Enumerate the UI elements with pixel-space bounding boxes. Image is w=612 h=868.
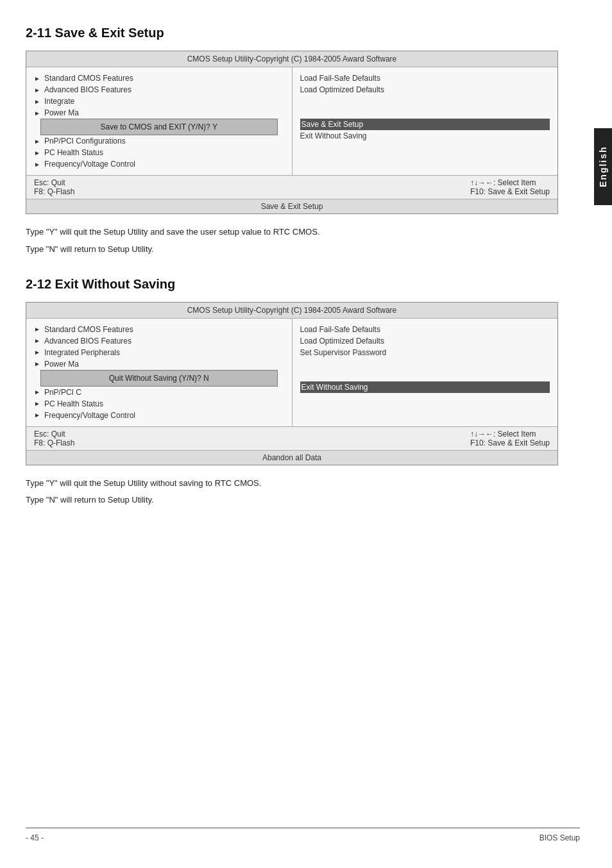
right-item-highlighted: Save & Exit Setup [300,119,550,130]
bios-box-2: CMOS Setup Utility-Copyright (C) 1984-20… [26,302,558,465]
menu-item: ► Advanced BIOS Features [34,335,284,347]
bios-footer-2: Esc: Quit F8: Q-Flash ↑↓→←: Select Item … [26,426,557,450]
arrow-icon: ► [34,98,40,105]
menu-item: ► Integrate [34,96,284,107]
bios-popup-1: Save to CMOS and EXIT (Y/N)? Y [40,119,278,135]
english-tab: English [594,128,612,205]
arrow-icon: ► [34,110,40,117]
desc2-sec2: Type "N" will return to Setup Utility. [26,494,558,507]
bios-popup-2: Quit Without Saving (Y/N)? N [40,370,278,387]
right-item [300,96,550,107]
bios-status-bar-1: Save & Exit Setup [26,199,557,213]
right-item: Load Fail-Safe Defaults [300,72,550,84]
menu-item: ► Standard CMOS Features [34,72,284,84]
bios-header-1: CMOS Setup Utility-Copyright (C) 1984-20… [26,51,557,67]
arrow-icon: ► [34,412,40,419]
arrow-icon: ► [34,161,40,168]
bios-setup-label: BIOS Setup [540,833,580,842]
right-item-highlighted: Exit Without Saving [300,381,550,393]
menu-item: ► Advanced BIOS Features [34,84,284,96]
bios-left-1: ► Standard CMOS Features ► Advanced BIOS… [26,67,293,175]
right-item: Load Optimized Defaults [300,84,550,96]
bios-left-2: ► Standard CMOS Features ► Advanced BIOS… [26,319,293,426]
section-title-2-11: 2-11 Save & Exit Setup [26,26,558,40]
arrow-icon: ► [34,326,40,333]
page-number: - 45 - [26,833,44,842]
footer-right: ↑↓→←: Select Item F10: Save & Exit Setup [470,178,550,196]
section-title-2-12: 2-12 Exit Without Saving [26,277,558,292]
popup-row-2: ► Power Ma Quit Without Saving (Y/N)? N [34,358,284,387]
section-2-11: 2-11 Save & Exit Setup CMOS Setup Utilit… [26,26,558,256]
menu-item: ► Power Ma [34,358,284,370]
menu-item: ► Standard CMOS Features [34,324,284,335]
esc-quit: Esc: Quit [34,178,74,187]
arrow-icon: ► [34,400,40,407]
desc1-sec2: Type "Y" will quit the Setup Utility wit… [26,477,558,490]
right-item [300,107,550,119]
menu-item: ► PnP/PCI C [34,387,284,398]
right-item: Exit Without Saving [300,130,550,142]
bios-footer-1: Esc: Quit F8: Q-Flash ↑↓→←: Select Item … [26,175,557,199]
f10-save: F10: Save & Exit Setup [470,438,550,447]
right-item: Load Optimized Defaults [300,335,550,347]
f8-qflash: F8: Q-Flash [34,187,74,196]
right-item: Set Supervisor Password [300,347,550,358]
right-item [300,370,550,381]
bios-box-1: CMOS Setup Utility-Copyright (C) 1984-20… [26,51,558,214]
menu-item: ► PC Health Status [34,398,284,410]
menu-item: ► Power Ma [34,107,284,119]
arrow-icon: ► [34,349,40,356]
desc2-sec1: Type "N" will return to Setup Utility. [26,243,558,256]
footer-left: Esc: Quit F8: Q-Flash [34,430,74,447]
menu-item: ► Frequency/Voltage Control [34,410,284,421]
arrow-icon: ► [34,149,40,156]
f10-save: F10: Save & Exit Setup [470,187,550,196]
select-item: ↑↓→←: Select Item [470,430,550,438]
bios-status-bar-2: Abandon all Data [26,450,557,465]
arrow-icon: ► [34,138,40,145]
right-item: Load Fail-Safe Defaults [300,324,550,335]
menu-item: ► PC Health Status [34,147,284,158]
f8-qflash: F8: Q-Flash [34,438,74,447]
arrow-icon: ► [34,87,40,94]
bios-right-1: Load Fail-Safe Defaults Load Optimized D… [293,67,558,175]
arrow-icon: ► [34,337,40,344]
page-footer: - 45 - BIOS Setup [26,828,580,842]
bios-right-2: Load Fail-Safe Defaults Load Optimized D… [293,319,558,426]
arrow-icon: ► [34,360,40,367]
menu-item: ► PnP/PCI Configurations [34,135,284,147]
select-item: ↑↓→←: Select Item [470,178,550,187]
desc1-sec1: Type "Y" will quit the Setup Utility and… [26,226,558,239]
esc-quit: Esc: Quit [34,430,74,438]
arrow-icon: ► [34,388,40,396]
bios-header-2: CMOS Setup Utility-Copyright (C) 1984-20… [26,303,557,319]
menu-item: ► Integrated Peripherals [34,347,284,358]
footer-left: Esc: Quit F8: Q-Flash [34,178,74,196]
popup-row: ► Power Ma Save to CMOS and EXIT (Y/N)? … [34,107,284,135]
section-2-12: 2-12 Exit Without Saving CMOS Setup Util… [26,277,558,508]
footer-right: ↑↓→←: Select Item F10: Save & Exit Setup [470,430,550,447]
menu-item: ► Frequency/Voltage Control [34,158,284,170]
right-item [300,358,550,370]
arrow-icon: ► [34,75,40,82]
